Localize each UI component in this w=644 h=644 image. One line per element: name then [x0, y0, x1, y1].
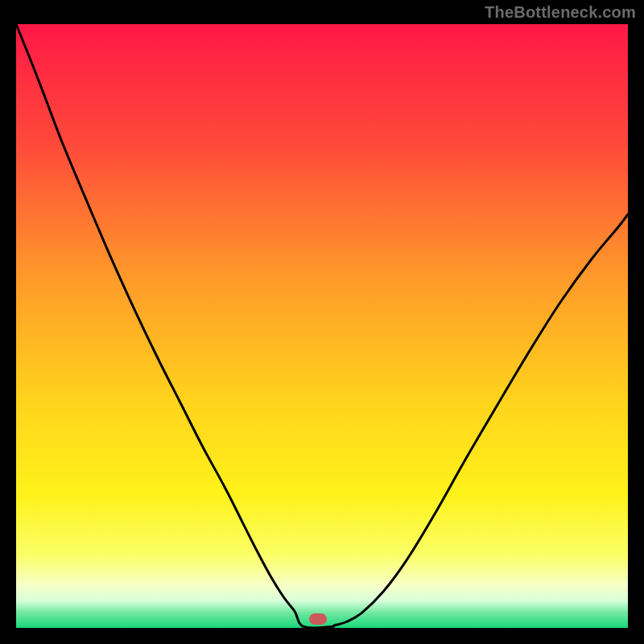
chart-background-gradient: [16, 24, 628, 628]
chart-svg: [16, 24, 628, 628]
chart-plot: [16, 24, 628, 628]
watermark-text: TheBottleneck.com: [485, 3, 636, 22]
optimal-point-marker: [309, 613, 327, 625]
chart-frame: TheBottleneck.com: [0, 0, 644, 644]
